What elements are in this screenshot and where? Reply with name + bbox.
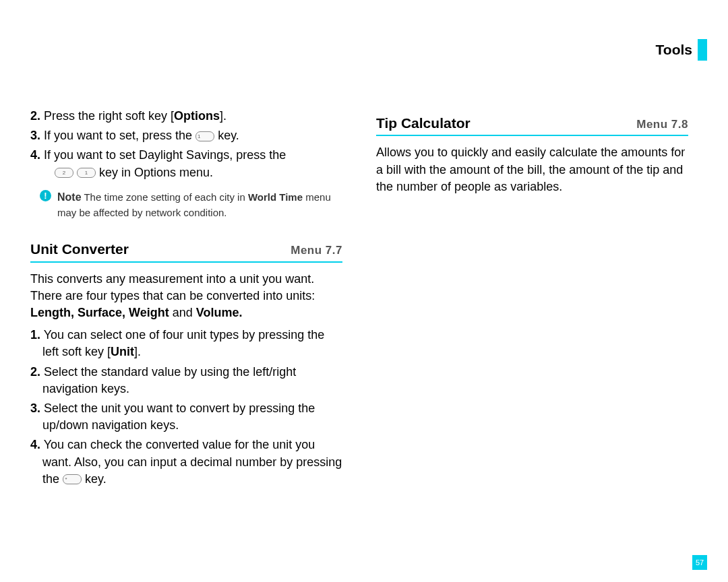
note-icon: !: [40, 190, 51, 201]
note-bold: World Time: [248, 191, 303, 203]
step-text: Select the standard value by using the l…: [40, 365, 296, 395]
unit-converter-heading: Unit Converter Menu 7.7: [30, 239, 342, 262]
header-accent-bar: [698, 39, 707, 61]
tip-calculator-body: Allows you to quickly and easily calcula…: [376, 144, 688, 195]
unit-converter-body: This converts any measurement into a uni…: [30, 271, 342, 322]
key-icon: 1: [77, 168, 96, 178]
body-bold: Length, Surface, Weight: [30, 306, 169, 319]
step-text: If you want to set, press the: [40, 129, 195, 142]
header-title: Tools: [656, 42, 692, 58]
step-number: 1.: [30, 328, 40, 342]
step-number: 4.: [30, 438, 40, 451]
section-menu: Menu 7.7: [291, 243, 342, 259]
note-block: ! Note The time zone setting of each cit…: [30, 189, 342, 221]
section-title: Unit Converter: [30, 239, 129, 259]
note-label: Note: [57, 191, 82, 203]
note-text: The time zone setting of each city in: [82, 191, 248, 203]
step-text: key.: [82, 472, 107, 486]
step-2: 2. Press the right soft key [Options].: [30, 108, 342, 125]
left-column: 2. Press the right soft key [Options]. 3…: [30, 108, 342, 490]
step-text: Select the unit you want to convert by p…: [40, 401, 315, 432]
key-icon: 2: [55, 168, 73, 178]
step-3: 3. If you want to set, press the 1 key.: [30, 127, 342, 144]
body-text: This converts any measurement into a uni…: [30, 272, 315, 302]
step-number: 4.: [30, 148, 40, 162]
key-icon: 1: [195, 131, 214, 141]
body-text: and: [169, 306, 196, 319]
key-icon: *: [63, 474, 82, 484]
step-number: 3.: [30, 401, 40, 415]
step-text: Press the right soft key [: [40, 109, 174, 123]
body-bold: Volume.: [196, 306, 243, 319]
unit-step-1: 1. You can select one of four unit types…: [30, 327, 342, 360]
step-4: 4. If you want to set Daylight Savings, …: [30, 147, 342, 181]
step-text: You can select one of four unit types by…: [40, 328, 324, 358]
step-text: key.: [214, 129, 239, 142]
unit-step-2: 2. Select the standard value by using th…: [30, 364, 342, 397]
step-text: If you want to set Daylight Savings, pre…: [40, 148, 286, 162]
page-number: 57: [692, 555, 707, 570]
step-text: ].: [134, 345, 141, 358]
right-column: Tip Calculator Menu 7.8 Allows you to qu…: [376, 113, 688, 201]
step-number: 3.: [30, 129, 40, 142]
section-menu: Menu 7.8: [636, 117, 688, 133]
step-number: 2.: [30, 109, 40, 123]
section-title: Tip Calculator: [376, 113, 471, 133]
unit-step-4: 4. You can check the converted value for…: [30, 437, 342, 488]
step-text: ].: [220, 109, 226, 123]
options-label: Options: [174, 109, 220, 123]
step-number: 2.: [30, 365, 40, 379]
page-header: Tools: [656, 39, 707, 61]
unit-step-3: 3. Select the unit you want to convert b…: [30, 400, 342, 434]
step-text: key in Options menu.: [96, 166, 213, 179]
tip-calculator-heading: Tip Calculator Menu 7.8: [376, 113, 688, 136]
unit-label: Unit: [111, 345, 134, 358]
